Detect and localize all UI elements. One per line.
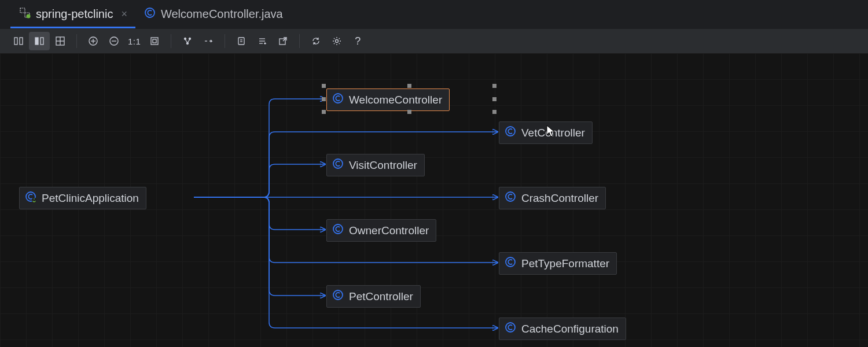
tab-label: WelcomeController.java <box>161 8 283 21</box>
svg-point-3 <box>145 8 155 17</box>
node-petclinic-application[interactable]: PetClinicApplication <box>19 187 146 209</box>
layout-split-icon[interactable] <box>29 32 50 50</box>
show-categories-icon[interactable] <box>231 32 252 50</box>
tab-file[interactable]: WelcomeController.java <box>135 0 291 28</box>
node-welcome-controller[interactable]: WelcomeController <box>326 88 450 111</box>
svg-point-28 <box>336 40 339 43</box>
node-cache-configuration[interactable]: CacheConfiguration <box>499 318 626 340</box>
class-icon <box>24 190 37 206</box>
node-label: VetController <box>521 127 585 139</box>
tab-label: spring-petclinic <box>36 8 113 21</box>
svg-rect-16 <box>151 38 158 45</box>
node-label: OwnerController <box>349 224 429 237</box>
node-vet-controller[interactable]: VetController <box>499 121 593 144</box>
class-icon <box>504 125 517 141</box>
svg-point-36 <box>506 257 515 267</box>
node-visit-controller[interactable]: VisitController <box>326 154 425 176</box>
refresh-icon[interactable] <box>306 32 326 50</box>
help-icon[interactable]: ? <box>347 32 368 50</box>
diagram-canvas[interactable]: PetClinicApplication WelcomeController V… <box>0 53 868 347</box>
svg-rect-4 <box>14 38 17 45</box>
class-icon <box>504 256 517 271</box>
node-label: WelcomeController <box>349 94 442 106</box>
tab-project[interactable]: spring-petclinic × <box>10 0 135 28</box>
node-crash-controller[interactable]: CrashController <box>499 187 606 209</box>
project-icon <box>19 6 31 22</box>
class-icon <box>332 92 344 108</box>
separator <box>225 34 225 48</box>
svg-point-32 <box>506 127 515 136</box>
show-dependencies-icon[interactable] <box>252 32 273 50</box>
class-icon <box>332 223 344 238</box>
apply-layout-icon[interactable] <box>177 32 198 50</box>
svg-point-31 <box>333 94 343 103</box>
node-label: PetTypeFormatter <box>521 257 609 270</box>
node-label: VisitController <box>349 159 417 172</box>
class-icon <box>332 289 344 304</box>
close-icon[interactable]: × <box>121 8 127 20</box>
svg-rect-17 <box>153 39 156 43</box>
class-icon <box>504 190 517 206</box>
node-label: PetController <box>349 290 413 303</box>
separator <box>76 34 77 48</box>
svg-point-34 <box>506 192 515 201</box>
route-edges-icon[interactable] <box>198 32 219 50</box>
settings-icon[interactable] <box>326 32 347 50</box>
node-owner-controller[interactable]: OwnerController <box>326 219 436 242</box>
svg-rect-5 <box>20 38 23 45</box>
node-label: CacheConfiguration <box>521 323 619 335</box>
class-icon <box>504 321 517 337</box>
svg-point-33 <box>333 159 343 168</box>
node-label: CrashController <box>521 192 598 205</box>
diagram-toolbar: 1:1 ? <box>0 29 868 53</box>
export-icon[interactable] <box>273 32 293 50</box>
fit-content-icon[interactable] <box>144 32 165 50</box>
node-pet-controller[interactable]: PetController <box>326 285 421 308</box>
svg-rect-7 <box>41 38 43 45</box>
svg-point-35 <box>333 224 343 234</box>
svg-rect-21 <box>238 38 244 45</box>
zoom-reset[interactable]: 1:1 <box>124 36 144 46</box>
svg-point-37 <box>333 290 343 300</box>
layout-columns-icon[interactable] <box>8 32 29 50</box>
svg-rect-0 <box>20 8 25 13</box>
svg-rect-6 <box>35 38 38 45</box>
editor-tabs: spring-petclinic × WelcomeController.jav… <box>0 0 868 29</box>
node-pet-type-formatter[interactable]: PetTypeFormatter <box>499 252 617 275</box>
node-label: PetClinicApplication <box>42 192 139 205</box>
class-icon <box>144 6 156 22</box>
separator <box>171 34 171 48</box>
svg-point-2 <box>27 14 31 19</box>
zoom-in-icon[interactable] <box>83 32 104 50</box>
separator <box>299 34 300 48</box>
class-icon <box>332 157 344 173</box>
zoom-out-icon[interactable] <box>104 32 124 50</box>
layout-grid-icon[interactable] <box>50 32 71 50</box>
svg-point-38 <box>506 323 515 332</box>
